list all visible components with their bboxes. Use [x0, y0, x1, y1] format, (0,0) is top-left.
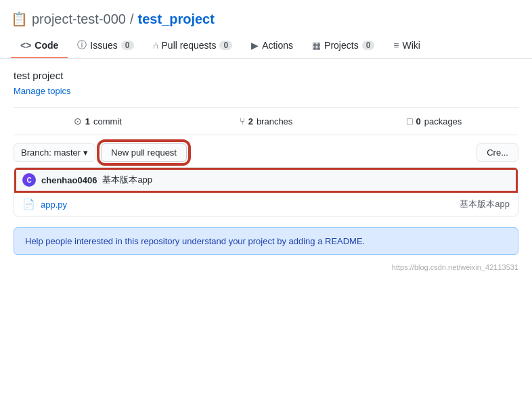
commit-row: C chenhao0406 基本版本app — [14, 168, 518, 193]
branch-label: Branch: master — [21, 147, 81, 158]
commits-icon: ⊙ — [74, 116, 82, 127]
commit-author[interactable]: chenhao0406 — [41, 175, 97, 185]
tab-code[interactable]: <> Code — [11, 34, 68, 58]
code-icon: <> — [20, 40, 31, 51]
stats-row: ⊙ 1 commit ⑂ 2 branches □ 0 packages — [14, 107, 518, 135]
branches-count: 2 — [248, 116, 253, 127]
issues-badge: 0 — [121, 41, 134, 50]
new-pull-request-button[interactable]: New pull request — [101, 143, 187, 162]
actions-row: Branch: master ▾ New pull request Cre... — [14, 143, 518, 162]
tab-projects-label: Projects — [324, 40, 359, 51]
branches-label: branches — [257, 116, 292, 127]
tab-actions-label: Actions — [262, 40, 293, 51]
projects-icon: ▦ — [312, 40, 321, 51]
avatar: C — [22, 173, 36, 187]
file-icon: 📄 — [22, 198, 35, 210]
readme-banner: Help people interested in this repositor… — [14, 227, 518, 255]
watermark: https://blog.csdn.net/weixin_42113531 — [14, 263, 518, 271]
separator: / — [130, 12, 134, 27]
file-name[interactable]: app.py — [41, 200, 67, 210]
avatar-initials: C — [26, 177, 31, 184]
tab-wiki-label: Wiki — [403, 40, 420, 51]
org-name[interactable]: project-test-000 — [32, 12, 126, 27]
tab-code-label: Code — [35, 40, 58, 51]
main-content: test project Manage topics ⊙ 1 commit ⑂ … — [0, 59, 532, 282]
repo-title: 📋 project-test-000 / test_project — [11, 5, 521, 34]
repo-description: test project — [14, 70, 518, 81]
actions-icon: ▶ — [251, 40, 259, 51]
issues-icon: ⓘ — [77, 39, 87, 51]
header-bar: 📋 project-test-000 / test_project <> Cod… — [0, 0, 532, 59]
stat-branches[interactable]: ⑂ 2 branches — [182, 116, 351, 127]
branches-icon: ⑂ — [240, 116, 245, 127]
commit-message: 基本版本app — [102, 174, 152, 186]
packages-count: 0 — [416, 116, 420, 127]
tab-issues[interactable]: ⓘ Issues 0 — [68, 34, 143, 58]
file-commit-msg: 基本版本app — [460, 198, 510, 210]
packages-icon: □ — [407, 116, 412, 127]
nav-tabs-container: <> Code ⓘ Issues 0 ⑃ Pull requests 0 ▶ A… — [11, 34, 521, 58]
projects-badge: 0 — [362, 41, 375, 50]
repo-name[interactable]: test_project — [138, 12, 215, 27]
branch-dropdown[interactable]: Branch: master ▾ — [14, 143, 95, 162]
watermark-text: https://blog.csdn.net/weixin_42113531 — [392, 263, 518, 271]
tab-projects[interactable]: ▦ Projects 0 — [303, 34, 384, 58]
commits-count: 1 — [85, 116, 90, 127]
tab-pull-requests[interactable]: ⑃ Pull requests 0 — [143, 34, 242, 58]
tab-actions[interactable]: ▶ Actions — [242, 34, 303, 58]
commits-label: commit — [93, 116, 122, 127]
tab-wiki[interactable]: ≡ Wiki — [384, 34, 430, 58]
tab-pr-label: Pull requests — [162, 40, 217, 51]
branch-dropdown-icon: ▾ — [83, 147, 88, 158]
stat-packages[interactable]: □ 0 packages — [350, 116, 518, 127]
wiki-icon: ≡ — [393, 40, 399, 51]
table-row: 📄 app.py 基本版本app — [14, 193, 518, 216]
pr-icon: ⑃ — [153, 40, 158, 51]
repo-icon: 📋 — [11, 11, 28, 27]
stat-commits[interactable]: ⊙ 1 commit — [14, 116, 182, 127]
create-button[interactable]: Cre... — [476, 143, 518, 162]
packages-label: packages — [424, 116, 462, 127]
pr-badge: 0 — [219, 41, 232, 50]
nav-tabs: <> Code ⓘ Issues 0 ⑃ Pull requests 0 ▶ A… — [11, 34, 521, 58]
readme-banner-text: Help people interested in this repositor… — [25, 236, 365, 246]
tab-issues-label: Issues — [90, 40, 117, 51]
manage-topics-link[interactable]: Manage topics — [14, 86, 71, 96]
file-table: C chenhao0406 基本版本app 📄 app.py 基本版本app — [14, 167, 518, 216]
